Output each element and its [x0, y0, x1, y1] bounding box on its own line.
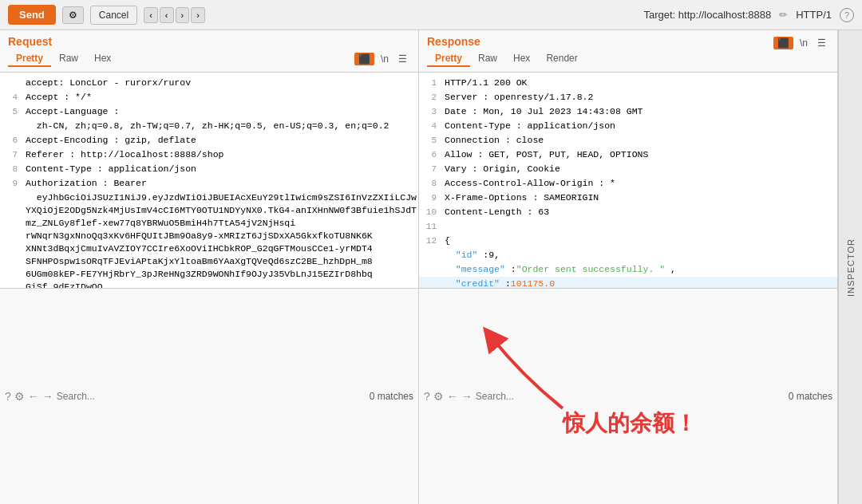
cancel-button[interactable]: Cancel: [90, 6, 137, 25]
request-tab-actions: ⬛ \n ☰: [354, 53, 410, 65]
table-row: "id" :9,: [419, 248, 837, 262]
table-row: 8 Content-Type : application/json: [0, 162, 418, 176]
target-url: Target: http://localhost:8888: [643, 9, 771, 21]
tab-render-response[interactable]: Render: [538, 51, 585, 67]
inspector-panel: Request Pretty Raw Hex ⬛ \n ☰ accept: Lo…: [0, 30, 862, 504]
tab-hex-request[interactable]: Hex: [86, 51, 119, 67]
table-row: 8 Access-Control-Allow-Origin : *: [419, 176, 837, 191]
tab-raw-request[interactable]: Raw: [51, 51, 86, 67]
request-header: Request Pretty Raw Hex ⬛ \n ☰: [0, 30, 418, 73]
table-row: 12 {: [419, 234, 837, 248]
settings-button[interactable]: ⚙: [62, 6, 84, 24]
response-search-input[interactable]: [476, 391, 785, 402]
send-button[interactable]: Send: [8, 5, 56, 25]
request-title: Request: [8, 35, 410, 48]
table-row: 7 Vary : Origin, Cookie: [419, 162, 837, 176]
nav-back-button[interactable]: ‹: [144, 7, 158, 23]
table-row: 4 Content-Type : application/json: [419, 119, 837, 133]
table-row: 3 Date : Mon, 10 Jul 2023 14:43:08 GMT: [419, 104, 837, 119]
toolbar: Send ⚙ Cancel ‹ ‹ › › Target: http://loc…: [0, 0, 862, 30]
nav-forward-button[interactable]: ›: [176, 7, 190, 23]
main-content: Request Pretty Raw Hex ⬛ \n ☰ accept: Lo…: [0, 30, 838, 504]
response-code-area[interactable]: 1 HTTP/1.1 200 OK 2 Server : openresty/1…: [419, 73, 837, 288]
response-settings-icon[interactable]: ⚙: [433, 390, 444, 403]
table-row: 9 Authorization : Bearer: [0, 176, 418, 191]
http-version: HTTP/1: [796, 9, 832, 21]
request-code-area[interactable]: accept: LoncLor - rurorx/rurov 4 Accept …: [0, 73, 418, 288]
response-header: Response ⬛ \n ☰ Pretty Raw Hex Render: [419, 30, 837, 73]
table-row: 4 Accept : */*: [0, 90, 418, 104]
request-settings-icon[interactable]: ⚙: [14, 390, 25, 403]
response-wrap-btn[interactable]: \n: [797, 37, 811, 49]
request-nav-forward-btn[interactable]: →: [42, 390, 53, 403]
table-row: 7 Referer : http://localhost:8888/shop: [0, 148, 418, 162]
tab-hex-response[interactable]: Hex: [505, 51, 538, 67]
response-title: Response: [427, 35, 480, 48]
edit-icon[interactable]: ✏: [779, 9, 788, 21]
help-icon[interactable]: ?: [840, 8, 854, 22]
table-row: 9 X-Frame-Options : SAMEORIGIN: [419, 191, 837, 205]
request-panel: Request Pretty Raw Hex ⬛ \n ☰ accept: Lo…: [0, 30, 419, 504]
table-row: 11: [419, 219, 837, 234]
nav-back2-button[interactable]: ‹: [160, 7, 174, 23]
response-copy-btn[interactable]: ⬛: [773, 37, 793, 49]
request-more-btn[interactable]: ☰: [395, 53, 410, 65]
request-matches-count: 0 matches: [370, 391, 413, 402]
request-copy-btn[interactable]: ⬛: [354, 53, 374, 65]
response-nav-back-btn[interactable]: ←: [447, 390, 458, 403]
request-search-bar: ? ⚙ ← → 0 matches: [0, 288, 418, 504]
table-row: "credit" :101175.0: [419, 277, 837, 288]
response-nav-forward-btn[interactable]: →: [461, 390, 473, 403]
inspector-label: INSPECTOR: [846, 238, 856, 297]
tab-pretty-response[interactable]: Pretty: [427, 51, 470, 67]
table-row: 5 Accept-Language :: [0, 104, 418, 119]
table-row: "message" :"Order sent successfully. " ,: [419, 262, 837, 277]
response-tab-actions: ⬛ \n ☰: [773, 37, 829, 49]
table-row: 1 HTTP/1.1 200 OK: [419, 76, 837, 90]
response-panel: Response ⬛ \n ☰ Pretty Raw Hex Render 1: [419, 30, 838, 504]
request-tabs: Pretty Raw Hex ⬛ \n ☰: [8, 51, 410, 67]
inspector-side: INSPECTOR: [838, 30, 862, 504]
request-wrap-btn[interactable]: \n: [378, 53, 392, 65]
table-row: zh-CN, zh;q=0.8, zh-TW;q=0.7, zh-HK;q=0.…: [0, 119, 418, 133]
table-row: 6 Accept-Encoding : gzip, deflate: [0, 133, 418, 148]
table-row: 10 Content-Length : 63: [419, 205, 837, 219]
tab-pretty-request[interactable]: Pretty: [8, 51, 51, 67]
nav-arrows: ‹ ‹ › ›: [144, 7, 205, 23]
tab-raw-response[interactable]: Raw: [470, 51, 505, 67]
toolbar-right: Target: http://localhost:8888 ✏ HTTP/1 ?: [643, 8, 854, 22]
request-help-icon[interactable]: ?: [5, 390, 11, 403]
table-row: eyJhbGciOiJSUzI1NiJ9.eyJzdWIiOiJBUEIAcXE…: [0, 191, 418, 288]
table-row: accept: LoncLor - rurorx/rurov: [0, 76, 418, 90]
response-help-icon[interactable]: ?: [424, 390, 430, 403]
table-row: 2 Server : openresty/1.17.8.2: [419, 90, 837, 104]
response-search-bar: ? ⚙ ← → 0 matches: [419, 288, 837, 504]
nav-forward2-button[interactable]: ›: [191, 7, 205, 23]
table-row: 6 Allow : GET, POST, PUT, HEAD, OPTIONS: [419, 148, 837, 162]
table-row: 5 Connection : close: [419, 133, 837, 148]
response-more-btn[interactable]: ☰: [814, 37, 829, 49]
request-search-input[interactable]: [57, 391, 366, 402]
response-tabs: Pretty Raw Hex Render: [427, 51, 829, 67]
request-nav-back-btn[interactable]: ←: [28, 390, 39, 403]
response-matches-count: 0 matches: [789, 391, 832, 402]
